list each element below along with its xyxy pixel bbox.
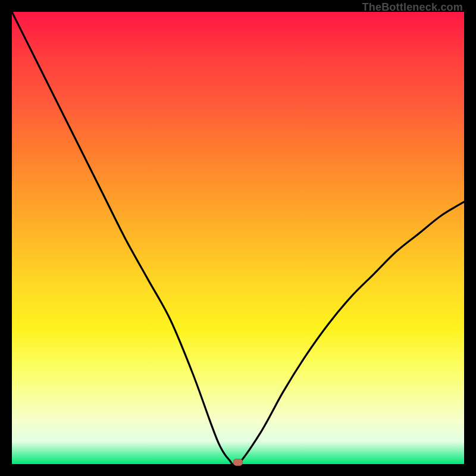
chart-frame: TheBottleneck.com	[0, 0, 476, 476]
watermark-text: TheBottleneck.com	[362, 1, 463, 14]
minimum-marker	[233, 459, 243, 466]
bottleneck-curve	[12, 12, 464, 464]
plot-area	[12, 12, 464, 464]
